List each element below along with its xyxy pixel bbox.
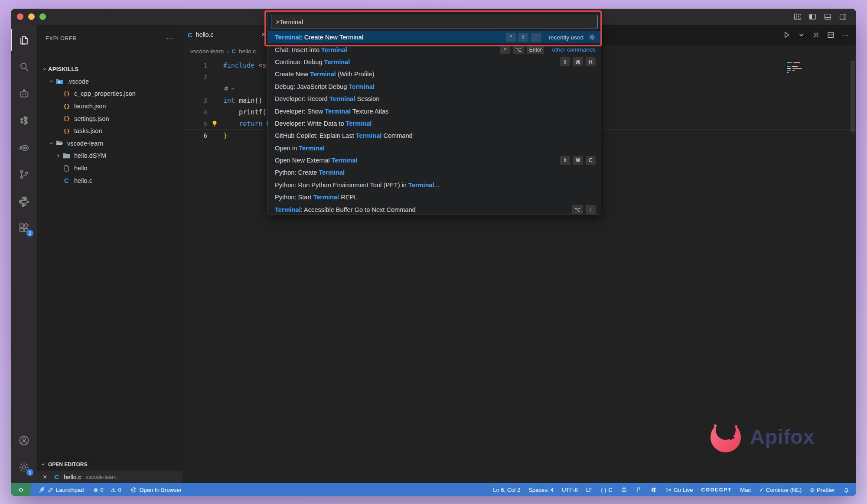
- command-item-11[interactable]: Python: Create Terminal: [268, 166, 601, 179]
- close-window-button[interactable]: [17, 13, 23, 20]
- tree-item-tasks-json[interactable]: {}tasks.json: [37, 125, 183, 137]
- close-tab-icon[interactable]: ×: [261, 30, 266, 39]
- tree-item-apiskills[interactable]: APISKILLS: [37, 63, 183, 75]
- activity-bar-item-explorer[interactable]: [11, 29, 37, 51]
- command-item-label: Create New Terminal (With Profile): [275, 71, 374, 78]
- status-continue-icon[interactable]: [650, 487, 657, 493]
- tree-item-settings-json[interactable]: {}settings.json: [37, 112, 183, 125]
- tree-item-hello-dsym[interactable]: hello.dSYM: [37, 150, 183, 162]
- command-item-10[interactable]: Open New External Terminal⇧⌘C: [268, 154, 601, 166]
- files-icon: [18, 34, 30, 46]
- shard-icon: [650, 487, 657, 493]
- minimize-window-button[interactable]: [28, 13, 35, 20]
- tree-item-c-cpp-properties-json[interactable]: {}c_cpp_properties.json: [37, 88, 183, 100]
- breadcrumb-separator: ›: [227, 48, 229, 55]
- run-dropdown-icon[interactable]: [798, 31, 805, 39]
- minimap[interactable]: [787, 62, 813, 74]
- status-platform[interactable]: Mac: [740, 487, 751, 493]
- status-todo-tree-icon[interactable]: [636, 487, 642, 493]
- other-commands-link[interactable]: other commands: [552, 46, 596, 53]
- traffic-lights: [11, 13, 46, 20]
- activity-bar-item-accounts[interactable]: [11, 429, 37, 451]
- tree-item-vscode-learn[interactable]: vscode-learn: [37, 137, 183, 150]
- command-item-13[interactable]: Python: Start Terminal REPL: [268, 191, 601, 203]
- activity-bar-item-extensions[interactable]: 1: [11, 217, 37, 239]
- status-language-mode[interactable]: { }C: [601, 487, 613, 493]
- command-item-label: Developer: Show Terminal Texture Atlas: [275, 108, 388, 115]
- status-launchpad[interactable]: Launchpad: [39, 487, 84, 493]
- tab-hello-c[interactable]: C hello.c ×: [183, 25, 271, 45]
- close-icon[interactable]: ×: [43, 473, 51, 481]
- tree-item--vscode[interactable]: .vscode: [37, 75, 183, 88]
- status-open-in-browser[interactable]: Open In Browser: [130, 487, 182, 493]
- command-item-7[interactable]: Developer: Write Data to Terminal: [268, 117, 601, 130]
- activity-bar-item-chat[interactable]: [11, 83, 37, 104]
- status-remote-indicator[interactable]: [11, 483, 31, 496]
- activity-bar-item-continue-extension[interactable]: [11, 110, 37, 131]
- customize-layout-icon[interactable]: [794, 13, 801, 20]
- command-item-3[interactable]: Create New Terminal (With Profile): [268, 68, 601, 80]
- command-item-2[interactable]: Continue: Debug Terminal⇧⌘R: [268, 56, 601, 68]
- status-go-live[interactable]: Go Live: [665, 487, 693, 493]
- toggle-panel-icon[interactable]: [824, 13, 831, 20]
- tree-item-hello[interactable]: hello: [37, 162, 183, 175]
- split-editor-button[interactable]: [827, 31, 834, 39]
- toggle-secondary-sidebar-icon[interactable]: [839, 13, 847, 20]
- breadcrumb-file[interactable]: hello.c: [239, 48, 256, 55]
- breadcrumb-folder[interactable]: vscode-learn: [190, 48, 224, 55]
- lightbulb-icon[interactable]: [211, 120, 218, 127]
- status-text: Launchpad: [56, 487, 84, 493]
- tree-item-label: vscode-learn: [67, 140, 103, 147]
- status-continue-status[interactable]: ✓Continue (NE): [759, 487, 802, 493]
- status-notifications-bell[interactable]: [843, 487, 850, 493]
- command-palette-input[interactable]: [271, 15, 598, 29]
- command-item-5[interactable]: Developer: Record Terminal Session: [268, 93, 601, 105]
- status-text: LF: [586, 487, 593, 493]
- status-prettier[interactable]: ⊘Prettier: [810, 487, 835, 493]
- status-cursor-position[interactable]: Ln 6, Col 2: [493, 487, 520, 493]
- run-button[interactable]: [783, 31, 790, 39]
- command-item-0[interactable]: Terminal: Create New Terminal^⇧`recently…: [268, 31, 601, 43]
- toggle-primary-sidebar-icon[interactable]: [809, 13, 816, 20]
- activity-bar-item-manage-settings[interactable]: 1: [11, 456, 37, 478]
- keybinding-chip: ⌥: [513, 45, 524, 54]
- open-editor-item[interactable]: × C hello.c vscode-learn: [37, 471, 183, 483]
- tree-item-launch-json[interactable]: {}launch.json: [37, 100, 183, 113]
- zoom-window-button[interactable]: [39, 13, 46, 20]
- settings-gear-button[interactable]: [812, 31, 820, 39]
- command-item-14[interactable]: Terminal: Accessible Buffer Go to Next C…: [268, 203, 601, 215]
- status-text: CODEGPT: [701, 487, 732, 492]
- keybinding-chip: ⇧: [518, 33, 528, 42]
- status-problems[interactable]: ⊗0⚠0: [93, 487, 121, 493]
- command-item-12[interactable]: Python: Run Python Environment Tool (PET…: [268, 179, 601, 191]
- status-indentation[interactable]: Spaces: 4: [528, 487, 554, 493]
- more-actions-icon[interactable]: ···: [166, 34, 175, 43]
- command-item-9[interactable]: Open in Terminal: [268, 142, 601, 154]
- status-text: Open In Browser: [139, 487, 182, 493]
- activity-bar-item-codegpt-extension[interactable]: [11, 137, 37, 158]
- remote-icon: [18, 487, 24, 493]
- keybinding-chip: ^: [506, 33, 516, 42]
- command-item-1[interactable]: Chat: Insert into Terminal^⌥Enterother c…: [268, 43, 601, 55]
- status-eol[interactable]: LF: [586, 487, 593, 493]
- gear-icon[interactable]: [589, 34, 596, 41]
- more-actions-button[interactable]: ···: [842, 31, 848, 39]
- open-editors-header[interactable]: OPEN EDITORS: [37, 458, 183, 471]
- command-palette-list: Terminal: Create New Terminal^⇧`recently…: [268, 31, 601, 215]
- status-codegpt[interactable]: CODEGPT: [701, 487, 732, 492]
- folderVscode-icon: [55, 78, 64, 85]
- command-item-6[interactable]: Developer: Show Terminal Texture Atlas: [268, 105, 601, 117]
- activity-bar-item-search[interactable]: [11, 56, 37, 78]
- command-item-4[interactable]: Debug: JavaScript Debug Terminal: [268, 81, 601, 93]
- activity-bar-item-source-control[interactable]: [11, 163, 37, 185]
- broadcast-icon: [665, 487, 671, 493]
- editor-scrollbar[interactable]: [851, 61, 855, 132]
- continue-codelens[interactable]: [223, 86, 235, 91]
- status-copilot-icon[interactable]: [621, 487, 627, 493]
- tree-item-label: APISKILLS: [48, 66, 79, 72]
- status-encoding[interactable]: UTF-8: [562, 487, 578, 493]
- apifox-watermark-text: Apifox: [750, 425, 815, 449]
- command-item-8[interactable]: GitHub Copilot: Explain Last Terminal Co…: [268, 130, 601, 142]
- activity-bar-item-python-extension[interactable]: [11, 190, 37, 212]
- tree-item-hello-c[interactable]: Chello.c: [37, 174, 183, 187]
